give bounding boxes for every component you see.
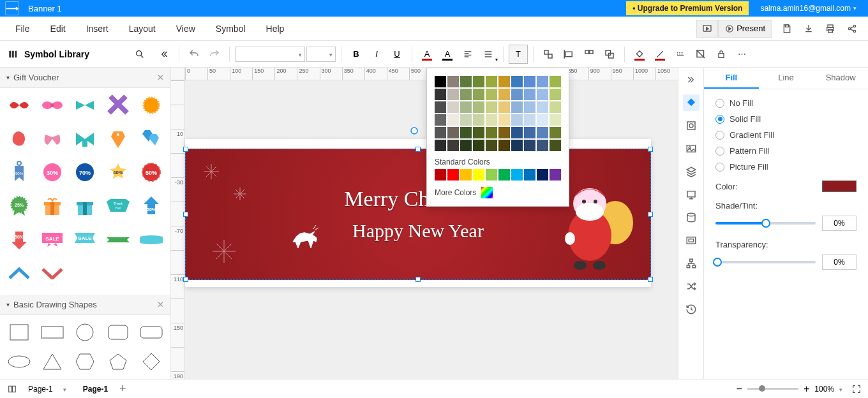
radio-gradient-fill[interactable]: Gradient Fill	[715, 130, 857, 140]
color-swatch[interactable]	[511, 169, 523, 181]
collapse-icon[interactable]	[154, 45, 174, 64]
accordion-gift-voucher[interactable]: ▾ Gift Voucher ✕	[0, 68, 170, 88]
group-button[interactable]	[539, 45, 558, 64]
align-button[interactable]	[559, 45, 578, 64]
redo-button[interactable]	[205, 45, 224, 64]
color-swatch[interactable]	[460, 140, 472, 151]
color-swatch[interactable]	[498, 140, 510, 151]
more-colors-button[interactable]: More Colors	[435, 187, 561, 198]
color-swatch[interactable]	[537, 127, 548, 138]
image-panel-icon[interactable]	[683, 140, 700, 157]
shape-bow-pink[interactable]	[37, 92, 68, 119]
underline-button[interactable]: U	[387, 45, 407, 64]
shape-arrow-50[interactable]: 50%	[136, 193, 167, 219]
align-vert-button[interactable]: ▾	[479, 45, 498, 64]
color-swatch[interactable]	[486, 114, 497, 126]
shape-ribbon-purple[interactable]	[103, 92, 133, 119]
fill-color-swatch[interactable]	[822, 181, 857, 192]
tab-line[interactable]: Line	[759, 68, 814, 89]
radio-solid-fill[interactable]: Solid Fill	[715, 114, 857, 124]
color-swatch[interactable]	[435, 127, 446, 138]
tab-fill[interactable]: Fill	[704, 68, 759, 89]
close-icon[interactable]: ✕	[157, 300, 164, 309]
color-swatch[interactable]	[486, 127, 497, 138]
shape-triangle[interactable]	[37, 348, 68, 375]
slides-panel-icon[interactable]	[683, 186, 700, 203]
color-swatch[interactable]	[524, 101, 535, 113]
color-swatch[interactable]	[473, 140, 484, 151]
shape-panel-icon[interactable]	[683, 117, 700, 134]
canvas-page[interactable]: Merry Christmas Happy New Year	[185, 139, 651, 287]
color-swatch[interactable]	[511, 89, 523, 100]
color-swatch[interactable]	[550, 76, 561, 87]
shape-square[interactable]	[4, 319, 34, 346]
shape-ellipse[interactable]	[4, 348, 34, 375]
preview-button[interactable]	[696, 20, 718, 38]
distribute-button[interactable]	[580, 45, 599, 64]
color-swatch[interactable]	[537, 169, 548, 181]
print-button[interactable]	[819, 20, 841, 38]
font-family-select[interactable]	[235, 47, 305, 62]
color-swatch[interactable]	[447, 140, 459, 151]
color-swatch[interactable]	[537, 114, 548, 126]
shape-sale-tag-blue[interactable]: SALE	[70, 226, 101, 253]
chevron-down-icon[interactable]	[839, 385, 842, 394]
shape-ribbon-blue[interactable]	[136, 226, 167, 253]
color-swatch[interactable]	[550, 140, 561, 151]
menu-insert[interactable]: Insert	[76, 17, 119, 40]
color-swatch[interactable]	[447, 114, 459, 126]
color-swatch[interactable]	[473, 101, 484, 113]
shape-circle[interactable]	[70, 319, 101, 346]
color-swatch[interactable]	[498, 114, 510, 126]
text-tool-button[interactable]: T	[509, 45, 528, 64]
color-swatch[interactable]	[550, 127, 561, 138]
color-swatch[interactable]	[460, 127, 472, 138]
shadow-toggle-button[interactable]	[691, 45, 710, 64]
shape-tag-orange[interactable]	[103, 126, 133, 152]
color-swatch[interactable]	[537, 101, 548, 113]
menu-help[interactable]: Help	[256, 17, 295, 40]
add-page-button[interactable]: +	[119, 382, 126, 395]
color-swatch[interactable]	[486, 140, 497, 151]
color-swatch[interactable]	[486, 101, 497, 113]
history-panel-icon[interactable]	[683, 301, 700, 318]
font-color-button[interactable]: A	[417, 45, 437, 64]
color-swatch[interactable]	[447, 76, 459, 87]
shape-banner-thankyou[interactable]: ThankYou!	[103, 193, 133, 219]
shape-tag-blue[interactable]: 50%	[4, 159, 34, 186]
upgrade-button[interactable]: • Upgrade to Premium Version	[626, 1, 749, 15]
shape-tags-blue[interactable]	[136, 126, 167, 152]
color-swatch[interactable]	[460, 101, 472, 113]
shape-corner-right[interactable]	[37, 260, 68, 286]
shape-blob-red[interactable]	[4, 126, 34, 152]
color-swatch[interactable]	[435, 114, 446, 126]
color-swatch[interactable]	[537, 89, 548, 100]
shape-roundrect[interactable]	[103, 319, 133, 346]
app-logo[interactable]: ⟶	[5, 1, 19, 15]
shape-badge-30[interactable]: 30%	[37, 159, 68, 186]
color-swatch[interactable]	[473, 89, 484, 100]
page-tab[interactable]: Page-1	[77, 385, 114, 394]
shape-badge-70[interactable]: 70%	[70, 159, 101, 186]
accordion-basic-shapes[interactable]: ▾ Basic Drawing Shapes ✕	[0, 295, 170, 315]
color-swatch[interactable]	[511, 101, 523, 113]
color-swatch[interactable]	[498, 169, 510, 181]
shape-rect[interactable]	[37, 319, 68, 346]
color-swatch[interactable]	[473, 114, 484, 126]
color-swatch[interactable]	[550, 89, 561, 100]
color-swatch[interactable]	[524, 89, 535, 100]
menu-view[interactable]: View	[166, 17, 206, 40]
shape-ribbon-green[interactable]	[103, 226, 133, 253]
undo-button[interactable]	[184, 45, 204, 64]
shape-diamond[interactable]	[136, 348, 167, 375]
color-swatch[interactable]	[435, 169, 446, 181]
color-swatch[interactable]	[524, 169, 535, 181]
align-left-button[interactable]	[458, 45, 477, 64]
shape-gift-blue[interactable]	[70, 193, 101, 219]
transparency-value[interactable]: 0%	[822, 254, 857, 270]
color-swatch[interactable]	[460, 114, 472, 126]
shape-corner-left[interactable]	[4, 260, 34, 286]
color-swatch[interactable]	[550, 101, 561, 113]
shape-badge-40[interactable]: 40%	[103, 159, 133, 186]
radio-picture-fill[interactable]: Picture Fill	[715, 162, 857, 172]
